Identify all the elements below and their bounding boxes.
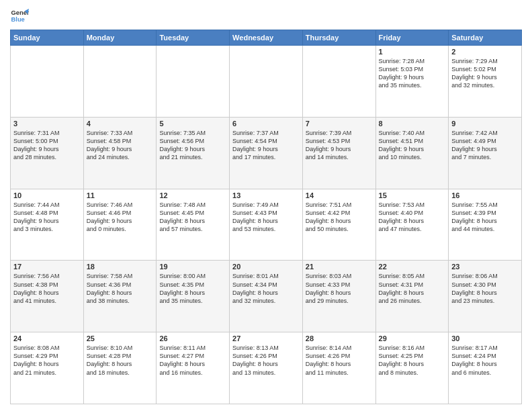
day-info: Sunrise: 7:55 AM Sunset: 4:39 PM Dayligh… bbox=[451, 201, 519, 234]
calendar-week-row: 1Sunrise: 7:28 AM Sunset: 5:03 PM Daylig… bbox=[11, 46, 522, 118]
calendar-week-row: 17Sunrise: 7:56 AM Sunset: 4:38 PM Dayli… bbox=[11, 261, 522, 332]
calendar-cell: 18Sunrise: 7:58 AM Sunset: 4:36 PM Dayli… bbox=[83, 261, 157, 332]
calendar-cell: 14Sunrise: 7:51 AM Sunset: 4:42 PM Dayli… bbox=[302, 189, 375, 261]
calendar-cell: 27Sunrise: 8:13 AM Sunset: 4:26 PM Dayli… bbox=[230, 332, 303, 404]
calendar-cell bbox=[83, 46, 157, 118]
calendar-cell: 13Sunrise: 7:49 AM Sunset: 4:43 PM Dayli… bbox=[230, 189, 303, 261]
day-number: 2 bbox=[451, 48, 519, 56]
day-info: Sunrise: 8:13 AM Sunset: 4:26 PM Dayligh… bbox=[232, 344, 300, 377]
col-header-thursday: Thursday bbox=[302, 30, 375, 46]
calendar-cell bbox=[230, 46, 303, 118]
day-number: 26 bbox=[159, 334, 226, 342]
day-number: 30 bbox=[451, 334, 519, 342]
day-number: 13 bbox=[232, 191, 300, 199]
calendar-cell: 1Sunrise: 7:28 AM Sunset: 5:03 PM Daylig… bbox=[375, 46, 449, 118]
logo-icon: General Blue bbox=[10, 7, 29, 26]
calendar-cell: 21Sunrise: 8:03 AM Sunset: 4:33 PM Dayli… bbox=[302, 261, 375, 332]
day-info: Sunrise: 8:16 AM Sunset: 4:25 PM Dayligh… bbox=[379, 344, 446, 377]
calendar-cell: 6Sunrise: 7:37 AM Sunset: 4:54 PM Daylig… bbox=[230, 117, 303, 189]
day-number: 15 bbox=[379, 191, 446, 199]
calendar-cell bbox=[157, 46, 230, 118]
day-info: Sunrise: 7:49 AM Sunset: 4:43 PM Dayligh… bbox=[232, 201, 300, 234]
day-number: 16 bbox=[451, 191, 519, 199]
day-info: Sunrise: 7:37 AM Sunset: 4:54 PM Dayligh… bbox=[232, 129, 300, 162]
col-header-sunday: Sunday bbox=[11, 30, 84, 46]
calendar-cell: 30Sunrise: 8:17 AM Sunset: 4:24 PM Dayli… bbox=[449, 332, 522, 404]
col-header-tuesday: Tuesday bbox=[157, 30, 230, 46]
day-info: Sunrise: 8:17 AM Sunset: 4:24 PM Dayligh… bbox=[451, 344, 519, 377]
day-info: Sunrise: 7:58 AM Sunset: 4:36 PM Dayligh… bbox=[87, 272, 154, 305]
day-info: Sunrise: 7:29 AM Sunset: 5:02 PM Dayligh… bbox=[451, 57, 519, 90]
day-number: 21 bbox=[306, 263, 373, 271]
day-number: 12 bbox=[159, 191, 226, 199]
header: General Blue bbox=[10, 7, 522, 26]
day-info: Sunrise: 8:08 AM Sunset: 4:29 PM Dayligh… bbox=[13, 344, 81, 377]
day-number: 19 bbox=[159, 263, 226, 271]
calendar-cell bbox=[11, 46, 84, 118]
logo: General Blue bbox=[10, 7, 32, 26]
day-info: Sunrise: 7:42 AM Sunset: 4:49 PM Dayligh… bbox=[451, 129, 519, 162]
calendar-cell: 9Sunrise: 7:42 AM Sunset: 4:49 PM Daylig… bbox=[449, 117, 522, 189]
day-number: 17 bbox=[13, 263, 81, 271]
calendar-cell: 3Sunrise: 7:31 AM Sunset: 5:00 PM Daylig… bbox=[11, 117, 84, 189]
day-info: Sunrise: 8:05 AM Sunset: 4:31 PM Dayligh… bbox=[379, 272, 446, 305]
day-info: Sunrise: 7:35 AM Sunset: 4:56 PM Dayligh… bbox=[159, 129, 226, 162]
calendar-cell: 25Sunrise: 8:10 AM Sunset: 4:28 PM Dayli… bbox=[83, 332, 157, 404]
calendar-cell: 29Sunrise: 8:16 AM Sunset: 4:25 PM Dayli… bbox=[375, 332, 449, 404]
day-info: Sunrise: 7:33 AM Sunset: 4:58 PM Dayligh… bbox=[87, 129, 154, 162]
calendar-cell: 11Sunrise: 7:46 AM Sunset: 4:46 PM Dayli… bbox=[83, 189, 157, 261]
day-number: 29 bbox=[379, 334, 446, 342]
day-number: 22 bbox=[379, 263, 446, 271]
calendar-week-row: 3Sunrise: 7:31 AM Sunset: 5:00 PM Daylig… bbox=[11, 117, 522, 189]
day-info: Sunrise: 7:44 AM Sunset: 4:48 PM Dayligh… bbox=[13, 201, 81, 234]
calendar-cell: 28Sunrise: 8:14 AM Sunset: 4:26 PM Dayli… bbox=[302, 332, 375, 404]
day-number: 6 bbox=[232, 120, 300, 128]
day-number: 24 bbox=[13, 334, 81, 342]
day-info: Sunrise: 8:14 AM Sunset: 4:26 PM Dayligh… bbox=[306, 344, 373, 377]
day-info: Sunrise: 7:53 AM Sunset: 4:40 PM Dayligh… bbox=[379, 201, 446, 234]
day-number: 11 bbox=[87, 191, 154, 199]
calendar-cell: 10Sunrise: 7:44 AM Sunset: 4:48 PM Dayli… bbox=[11, 189, 84, 261]
calendar-cell: 8Sunrise: 7:40 AM Sunset: 4:51 PM Daylig… bbox=[375, 117, 449, 189]
day-info: Sunrise: 8:01 AM Sunset: 4:34 PM Dayligh… bbox=[232, 272, 300, 305]
day-number: 18 bbox=[87, 263, 154, 271]
day-info: Sunrise: 7:28 AM Sunset: 5:03 PM Dayligh… bbox=[379, 57, 446, 90]
calendar-cell: 15Sunrise: 7:53 AM Sunset: 4:40 PM Dayli… bbox=[375, 189, 449, 261]
day-number: 10 bbox=[13, 191, 81, 199]
calendar-cell: 23Sunrise: 8:06 AM Sunset: 4:30 PM Dayli… bbox=[449, 261, 522, 332]
calendar-week-row: 24Sunrise: 8:08 AM Sunset: 4:29 PM Dayli… bbox=[11, 332, 522, 404]
day-info: Sunrise: 8:00 AM Sunset: 4:35 PM Dayligh… bbox=[159, 272, 226, 305]
calendar-table: SundayMondayTuesdayWednesdayThursdayFrid… bbox=[10, 30, 522, 404]
day-number: 20 bbox=[232, 263, 300, 271]
col-header-monday: Monday bbox=[83, 30, 157, 46]
page: General Blue SundayMondayTuesdayWednesda… bbox=[0, 0, 532, 411]
day-info: Sunrise: 7:31 AM Sunset: 5:00 PM Dayligh… bbox=[13, 129, 81, 162]
day-number: 27 bbox=[232, 334, 300, 342]
day-number: 23 bbox=[451, 263, 519, 271]
day-number: 8 bbox=[379, 120, 446, 128]
day-info: Sunrise: 8:11 AM Sunset: 4:27 PM Dayligh… bbox=[159, 344, 226, 377]
day-info: Sunrise: 8:10 AM Sunset: 4:28 PM Dayligh… bbox=[87, 344, 154, 377]
day-info: Sunrise: 7:56 AM Sunset: 4:38 PM Dayligh… bbox=[13, 272, 81, 305]
calendar-cell: 26Sunrise: 8:11 AM Sunset: 4:27 PM Dayli… bbox=[157, 332, 230, 404]
day-number: 9 bbox=[451, 120, 519, 128]
day-number: 7 bbox=[306, 120, 373, 128]
day-info: Sunrise: 7:39 AM Sunset: 4:53 PM Dayligh… bbox=[306, 129, 373, 162]
calendar-cell: 7Sunrise: 7:39 AM Sunset: 4:53 PM Daylig… bbox=[302, 117, 375, 189]
calendar-cell: 5Sunrise: 7:35 AM Sunset: 4:56 PM Daylig… bbox=[157, 117, 230, 189]
day-info: Sunrise: 7:51 AM Sunset: 4:42 PM Dayligh… bbox=[306, 201, 373, 234]
calendar-cell: 2Sunrise: 7:29 AM Sunset: 5:02 PM Daylig… bbox=[449, 46, 522, 118]
calendar-week-row: 10Sunrise: 7:44 AM Sunset: 4:48 PM Dayli… bbox=[11, 189, 522, 261]
day-info: Sunrise: 7:40 AM Sunset: 4:51 PM Dayligh… bbox=[379, 129, 446, 162]
calendar-cell: 24Sunrise: 8:08 AM Sunset: 4:29 PM Dayli… bbox=[11, 332, 84, 404]
day-number: 4 bbox=[87, 120, 154, 128]
calendar-cell: 22Sunrise: 8:05 AM Sunset: 4:31 PM Dayli… bbox=[375, 261, 449, 332]
calendar-cell: 12Sunrise: 7:48 AM Sunset: 4:45 PM Dayli… bbox=[157, 189, 230, 261]
day-number: 3 bbox=[13, 120, 81, 128]
day-number: 28 bbox=[306, 334, 373, 342]
day-info: Sunrise: 8:06 AM Sunset: 4:30 PM Dayligh… bbox=[451, 272, 519, 305]
calendar-cell: 19Sunrise: 8:00 AM Sunset: 4:35 PM Dayli… bbox=[157, 261, 230, 332]
calendar-cell bbox=[302, 46, 375, 118]
calendar-cell: 17Sunrise: 7:56 AM Sunset: 4:38 PM Dayli… bbox=[11, 261, 84, 332]
day-number: 1 bbox=[379, 48, 446, 56]
